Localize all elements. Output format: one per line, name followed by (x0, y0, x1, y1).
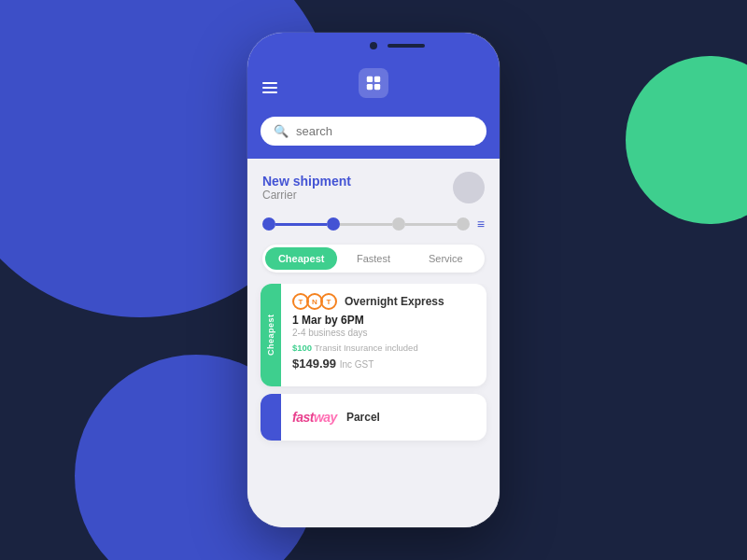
avatar (453, 172, 485, 203)
search-input[interactable] (296, 124, 473, 138)
shipment-title: New shipment (262, 174, 351, 189)
search-bar[interactable]: 🔍 (261, 117, 486, 146)
shipment-subtitle: Carrier (262, 189, 351, 202)
tnt-service-name: Overnight Express (345, 295, 444, 308)
step-1 (262, 217, 275, 231)
progress-steps: ≡ (247, 213, 500, 245)
filter-tab-cheapest[interactable]: Cheapest (265, 247, 337, 270)
hamburger-line-2 (262, 87, 277, 89)
hamburger-line-1 (262, 82, 277, 84)
step-line-3 (405, 223, 457, 226)
tnt-insurance-amount: $100 (292, 343, 312, 353)
card-label-fastway (261, 394, 281, 441)
tnt-price-gst: Inc GST (340, 359, 374, 370)
step-4 (457, 217, 470, 231)
step-line-2 (340, 223, 391, 226)
svg-rect-3 (374, 84, 380, 90)
logo-icon (365, 75, 382, 91)
hamburger-menu-button[interactable] (262, 82, 277, 93)
fastway-service-name: Parcel (346, 411, 380, 424)
step-3 (392, 217, 405, 231)
bg-shape-teal (626, 56, 747, 224)
tnt-top-row: T N T Overnight Express (292, 293, 475, 310)
tnt-delivery-date: 1 Mar by 6PM (292, 314, 475, 327)
search-container: 🔍 (247, 117, 500, 159)
tnt-card-content: T N T Overnight Express 1 Mar by 6PM 2-4… (281, 284, 486, 386)
filter-tab-fastest[interactable]: Fastest (337, 247, 409, 270)
fastway-logo: fastway (292, 410, 337, 425)
app-body: New shipment Carrier ≡ Cheapest Fastest … (247, 159, 500, 527)
app-logo (359, 68, 388, 98)
shipment-header: New shipment Carrier (247, 159, 500, 213)
tnt-insurance-text: Transit Insurance included (315, 343, 418, 353)
phone-frame: 🔍 New shipment Carrier ≡ Cheapest (247, 33, 500, 527)
card-label-cheapest: Cheapest (261, 284, 281, 386)
search-icon: 🔍 (274, 124, 289, 138)
shipment-info: New shipment Carrier (262, 174, 351, 202)
results-list: Cheapest T N T Overnight Express 1 Mar b… (247, 284, 500, 527)
carrier-card-tnt[interactable]: Cheapest T N T Overnight Express 1 Mar b… (261, 284, 486, 386)
tnt-delivery-days: 2-4 business days (292, 328, 475, 338)
phone-status-bar (247, 33, 500, 59)
filter-tab-service[interactable]: Service (410, 247, 482, 270)
fastway-card-content: fastway Parcel (281, 394, 486, 441)
app-header (247, 59, 500, 117)
list-view-icon[interactable]: ≡ (477, 217, 485, 231)
hamburger-line-3 (262, 91, 277, 93)
filter-tabs: Cheapest Fastest Service (262, 245, 485, 273)
svg-rect-0 (367, 77, 373, 82)
tnt-price-value: $149.99 (292, 357, 336, 371)
tnt-price: $149.99 Inc GST (292, 357, 475, 371)
phone-speaker (388, 44, 425, 48)
tnt-logo: T N T (292, 293, 337, 310)
phone-camera (370, 42, 377, 49)
tnt-insurance: $100 Transit Insurance included (292, 343, 475, 353)
svg-rect-1 (374, 77, 380, 82)
step-2 (327, 217, 340, 231)
svg-rect-2 (367, 84, 373, 90)
step-line-1 (275, 223, 327, 226)
tnt-t2: T (320, 293, 337, 310)
carrier-card-fastway[interactable]: fastway Parcel (261, 394, 486, 441)
